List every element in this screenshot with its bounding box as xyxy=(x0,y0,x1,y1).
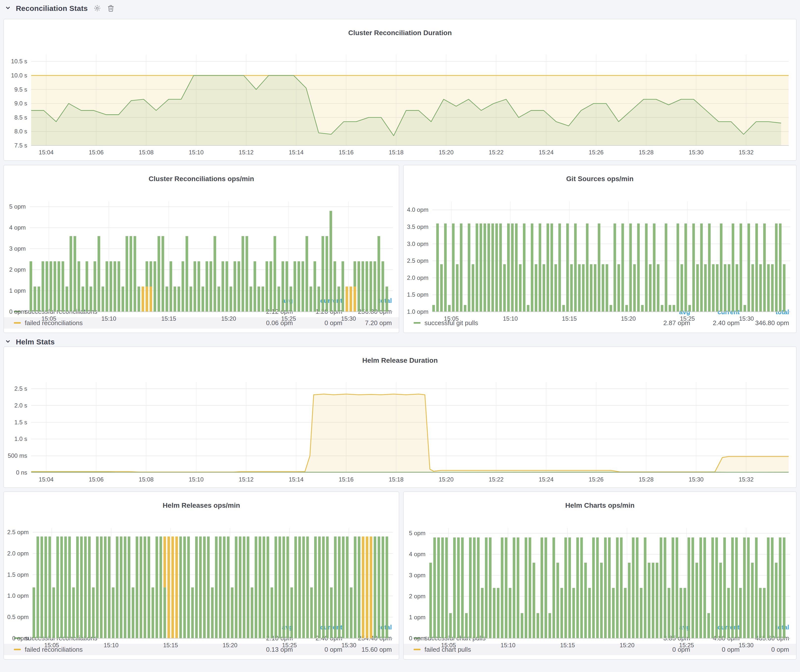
cluster-reconciliation-duration-chart[interactable]: 15:0415:0615:0815:1015:1215:1415:1615:18… xyxy=(4,46,796,160)
svg-text:15:20: 15:20 xyxy=(221,315,236,322)
svg-text:2.0 opm: 2.0 opm xyxy=(7,550,29,557)
helm-releases-ops-chart[interactable]: 15:0515:1015:1515:2015:2515:300 opm0.5 o… xyxy=(4,518,399,622)
svg-text:1.5 opm: 1.5 opm xyxy=(7,571,29,578)
helm-charts-ops-chart[interactable]: 15:0515:1015:1515:2015:2515:300 opm1 opm… xyxy=(404,518,796,622)
svg-text:3 opm: 3 opm xyxy=(9,245,26,252)
svg-text:15:32: 15:32 xyxy=(739,476,754,483)
cluster-reconciliations-ops-chart[interactable]: 15:0515:1015:1515:2015:2515:300 opm1 opm… xyxy=(4,192,399,295)
svg-text:15:15: 15:15 xyxy=(562,315,577,322)
panel-helm-release-duration: Helm Release Duration 15:0415:0615:0815:… xyxy=(3,346,797,488)
svg-text:2.0 opm: 2.0 opm xyxy=(407,274,429,281)
helm-releases-ops-svg: 15:0515:1015:1515:2015:2515:300 opm0.5 o… xyxy=(4,518,399,655)
svg-text:15:22: 15:22 xyxy=(489,476,504,483)
svg-text:2.5 opm: 2.5 opm xyxy=(407,258,429,264)
section-header-helm-stats[interactable]: Helm Stats xyxy=(5,336,55,347)
svg-text:15:08: 15:08 xyxy=(139,476,154,483)
svg-text:15:16: 15:16 xyxy=(339,476,354,483)
svg-text:4 opm: 4 opm xyxy=(409,551,426,558)
panel-helm-releases-ops: Helm Releases ops/min 15:0515:1015:1515:… xyxy=(3,491,399,660)
svg-text:9.5 s: 9.5 s xyxy=(14,86,27,93)
svg-text:15:06: 15:06 xyxy=(89,476,104,483)
svg-text:15:24: 15:24 xyxy=(539,149,554,156)
panel-title[interactable]: Cluster Reconciliations ops/min xyxy=(4,171,399,186)
svg-text:5 opm: 5 opm xyxy=(9,203,26,210)
svg-text:15:20: 15:20 xyxy=(439,149,454,156)
dashboard: Reconciliation Stats Cluster Reconciliat… xyxy=(0,0,800,672)
svg-text:0 opm: 0 opm xyxy=(409,635,426,642)
svg-text:15:30: 15:30 xyxy=(739,315,754,322)
panel-title[interactable]: Cluster Reconciliation Duration xyxy=(4,25,796,40)
svg-text:15:05: 15:05 xyxy=(41,315,56,322)
svg-text:15:18: 15:18 xyxy=(389,149,403,156)
svg-text:15:05: 15:05 xyxy=(444,315,459,322)
svg-text:15:06: 15:06 xyxy=(89,149,104,156)
svg-text:5 opm: 5 opm xyxy=(409,530,426,537)
panel-helm-charts-ops: Helm Charts ops/min 15:0515:1015:1515:20… xyxy=(403,491,797,660)
svg-text:15:32: 15:32 xyxy=(739,149,754,156)
chevron-down-icon xyxy=(5,338,11,344)
svg-text:8.5 s: 8.5 s xyxy=(14,114,27,121)
svg-text:3 opm: 3 opm xyxy=(409,572,426,579)
svg-text:15:04: 15:04 xyxy=(39,149,54,156)
panel-title[interactable]: Helm Release Duration xyxy=(4,353,796,367)
svg-text:2 opm: 2 opm xyxy=(9,266,26,273)
svg-text:1 opm: 1 opm xyxy=(9,287,26,294)
svg-text:15:05: 15:05 xyxy=(44,642,59,648)
svg-text:15:16: 15:16 xyxy=(339,149,354,156)
svg-text:15:10: 15:10 xyxy=(503,315,518,322)
panel-title[interactable]: Git Sources ops/min xyxy=(404,171,796,186)
svg-text:7.5 s: 7.5 s xyxy=(14,142,27,149)
svg-text:15:25: 15:25 xyxy=(679,642,694,648)
svg-text:15:30: 15:30 xyxy=(341,315,356,322)
svg-text:8.0 s: 8.0 s xyxy=(14,128,27,135)
helm-release-duration-chart[interactable]: 15:0415:0615:0815:1015:1215:1415:1615:18… xyxy=(4,373,796,487)
svg-text:15:20: 15:20 xyxy=(439,476,454,483)
svg-text:15:18: 15:18 xyxy=(389,476,403,483)
svg-text:1.0 opm: 1.0 opm xyxy=(407,308,429,315)
svg-text:2.0 s: 2.0 s xyxy=(14,402,27,409)
svg-text:1.0 s: 1.0 s xyxy=(14,436,27,442)
svg-text:15:10: 15:10 xyxy=(101,315,116,322)
svg-text:15:08: 15:08 xyxy=(139,149,154,156)
svg-text:15:30: 15:30 xyxy=(739,642,754,648)
svg-text:15:12: 15:12 xyxy=(239,476,254,483)
chevron-down-icon xyxy=(5,5,11,11)
gear-icon[interactable] xyxy=(93,3,102,12)
cluster-reconciliations-ops-svg: 15:0515:1015:1515:2015:2515:300 opm1 opm… xyxy=(4,192,399,329)
trash-icon[interactable] xyxy=(107,3,115,12)
svg-text:15:25: 15:25 xyxy=(282,642,297,648)
svg-text:1.5 s: 1.5 s xyxy=(14,419,27,426)
svg-text:15:20: 15:20 xyxy=(620,642,635,648)
svg-text:0 ns: 0 ns xyxy=(16,469,27,476)
svg-text:9.0 s: 9.0 s xyxy=(14,100,27,107)
svg-text:15:25: 15:25 xyxy=(281,315,296,322)
panel-cluster-reconciliations-ops: Cluster Reconciliations ops/min 15:0515:… xyxy=(3,165,399,333)
svg-text:15:15: 15:15 xyxy=(560,642,575,648)
svg-text:15:14: 15:14 xyxy=(289,476,304,483)
svg-text:10.5 s: 10.5 s xyxy=(11,58,27,65)
svg-text:1 opm: 1 opm xyxy=(409,614,426,621)
svg-text:15:10: 15:10 xyxy=(501,642,515,648)
svg-text:15:22: 15:22 xyxy=(489,149,504,156)
panel-title[interactable]: Helm Charts ops/min xyxy=(404,498,796,512)
svg-text:500 ms: 500 ms xyxy=(8,453,27,459)
section-header-reconciliation-stats[interactable]: Reconciliation Stats xyxy=(5,2,115,14)
git-sources-ops-chart[interactable]: 15:0515:1015:1515:2015:2515:301.0 opm1.5… xyxy=(404,192,796,307)
svg-text:15:28: 15:28 xyxy=(639,476,654,483)
svg-text:15:30: 15:30 xyxy=(689,476,704,483)
svg-text:1.5 opm: 1.5 opm xyxy=(407,291,429,298)
svg-text:15:28: 15:28 xyxy=(639,149,654,156)
svg-text:15:20: 15:20 xyxy=(621,315,636,322)
svg-text:15:10: 15:10 xyxy=(189,476,203,483)
cluster-reconciliation-duration-svg: 15:0415:0615:0815:1015:1215:1415:1615:18… xyxy=(4,46,796,160)
svg-text:3.0 opm: 3.0 opm xyxy=(407,240,429,247)
panel-title[interactable]: Helm Releases ops/min xyxy=(4,498,399,512)
svg-text:15:10: 15:10 xyxy=(189,149,203,156)
git-sources-ops-svg: 15:0515:1015:1515:2015:2515:301.0 opm1.5… xyxy=(404,192,796,329)
svg-text:0.5 opm: 0.5 opm xyxy=(7,614,29,621)
svg-text:15:24: 15:24 xyxy=(539,476,554,483)
svg-text:1.0 opm: 1.0 opm xyxy=(7,593,29,599)
svg-text:10.0 s: 10.0 s xyxy=(11,72,27,79)
svg-text:3.5 opm: 3.5 opm xyxy=(407,223,429,230)
svg-text:15:26: 15:26 xyxy=(589,476,603,483)
